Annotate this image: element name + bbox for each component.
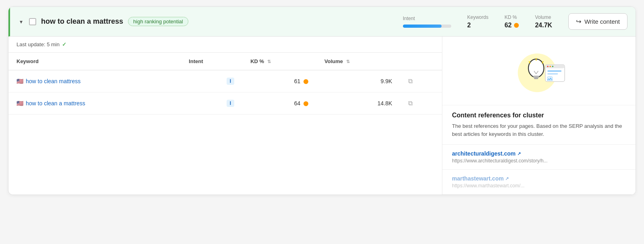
content-area: Last update: 5 min ✓ Keyword Intent KD % <box>8 37 636 195</box>
keyword-text: how to clean a mattress <box>26 100 85 107</box>
kd-meta-group: KD % 62 <box>504 14 519 29</box>
references-title: Content references for cluster <box>452 112 626 119</box>
kd-cell: 61 <box>242 70 316 92</box>
checkmark-icon: ✓ <box>62 41 66 47</box>
copy-icon[interactable]: ⧉ <box>408 78 413 84</box>
kd-value-cell: 64 <box>294 100 301 107</box>
high-ranking-badge: high ranking potential <box>128 17 188 26</box>
table-row: 🇺🇸 how to clean mattress I 61 9.9K ⧉ <box>8 70 442 92</box>
ref-domain-link[interactable]: marthastewart.com ↗ <box>452 175 626 182</box>
intent-bar-fill <box>403 25 442 28</box>
keywords-table: Keyword Intent KD % ⇅ Volume ⇅ <box>8 53 442 115</box>
last-update-bar: Last update: 5 min ✓ <box>8 37 442 53</box>
right-panel: Content references for cluster The best … <box>442 37 636 195</box>
kd-dot <box>514 23 519 28</box>
volume-meta-group: Volume 24.7K <box>535 14 552 29</box>
keyword-text: how to clean mattress <box>26 78 80 84</box>
external-link-icon: ↗ <box>505 176 509 181</box>
volume-label: Volume <box>535 14 551 20</box>
chevron-button[interactable]: ▾ <box>18 18 24 26</box>
ref-domain-text: architecturaldigest.com <box>452 150 516 157</box>
svg-rect-15 <box>547 73 558 75</box>
references-desc: The best references for your pages. Base… <box>452 122 626 138</box>
kd-dot-row <box>303 101 308 106</box>
country-flag: 🇺🇸 <box>17 78 23 84</box>
volume-sort-icon: ⇅ <box>346 59 350 64</box>
reference-item: architecturaldigest.com ↗ https://www.ar… <box>442 145 636 170</box>
ref-domain-text: marthastewart.com <box>452 175 504 182</box>
ref-url-text: https://www.marthastewart.com/... <box>452 183 625 189</box>
intent-meta-group: Intent <box>403 16 451 28</box>
keywords-label: Keywords <box>467 14 489 20</box>
write-content-icon: ↪ <box>576 18 581 25</box>
keywords-meta-group: Keywords 2 <box>467 14 489 29</box>
cluster-illustration <box>511 49 567 97</box>
table-panel: Last update: 5 min ✓ Keyword Intent KD % <box>8 37 442 195</box>
kd-value: 62 <box>504 22 519 29</box>
kd-dot-row <box>303 79 308 84</box>
kd-sort-icon: ⇅ <box>267 59 271 64</box>
svg-point-1 <box>528 59 544 78</box>
cluster-header: ▾ how to clean a mattress high ranking p… <box>8 7 636 37</box>
col-kd-header[interactable]: KD % ⇅ <box>242 53 316 70</box>
svg-rect-14 <box>547 70 561 72</box>
svg-point-11 <box>547 66 549 68</box>
volume-cell: 9.9K <box>316 70 400 92</box>
table-row: 🇺🇸 how to clean a mattress I 64 14.8K ⧉ <box>8 92 442 115</box>
volume-cell: 14.8K <box>316 92 400 115</box>
intent-label: Intent <box>403 16 415 21</box>
ref-domain-link[interactable]: architecturaldigest.com ↗ <box>452 150 626 157</box>
intent-cell: I <box>181 92 242 115</box>
country-flag: 🇺🇸 <box>17 100 23 107</box>
svg-rect-3 <box>534 78 539 79</box>
keywords-value: 2 <box>467 22 471 29</box>
kd-value-cell: 61 <box>294 78 301 84</box>
header-meta: Intent Keywords 2 KD % 62 Volume 24.7K <box>403 13 627 30</box>
svg-rect-2 <box>533 76 539 78</box>
kw-cell: 🇺🇸 how to clean mattress <box>8 70 181 92</box>
kd-cell: 64 <box>242 92 316 115</box>
col-volume-header[interactable]: Volume ⇅ <box>316 53 400 70</box>
main-container: ▾ how to clean a mattress high ranking p… <box>8 6 636 195</box>
keyword-link[interactable]: 🇺🇸 how to clean a mattress <box>17 100 173 107</box>
intent-cell: I <box>181 70 242 92</box>
kd-label: KD % <box>504 14 517 20</box>
intent-bar <box>403 25 451 28</box>
col-actions-header <box>400 53 442 70</box>
col-intent-header: Intent <box>181 53 242 70</box>
copy-cell: ⧉ <box>400 92 442 115</box>
cluster-checkbox[interactable] <box>29 18 36 25</box>
volume-value: 24.7K <box>535 22 552 29</box>
illustration-area <box>442 37 636 105</box>
ref-url-text: https://www.architecturaldigest.com/stor… <box>452 158 625 164</box>
copy-cell: ⧉ <box>400 70 442 92</box>
svg-point-12 <box>549 66 551 68</box>
references-list: architecturaldigest.com ↗ https://www.ar… <box>442 145 636 195</box>
cluster-title: how to clean a mattress <box>41 17 123 26</box>
external-link-icon: ↗ <box>517 151 521 156</box>
write-content-button[interactable]: ↪ Write content <box>568 13 627 30</box>
svg-point-13 <box>552 66 553 68</box>
references-section: Content references for cluster The best … <box>442 105 636 145</box>
col-keyword-header: Keyword <box>8 53 181 70</box>
intent-badge: I <box>227 78 234 85</box>
keyword-link[interactable]: 🇺🇸 how to clean mattress <box>17 78 173 84</box>
intent-badge: I <box>227 100 234 107</box>
kw-cell: 🇺🇸 how to clean a mattress <box>8 92 181 115</box>
copy-icon[interactable]: ⧉ <box>408 100 413 107</box>
reference-item: marthastewart.com ↗ https://www.marthast… <box>442 170 636 195</box>
